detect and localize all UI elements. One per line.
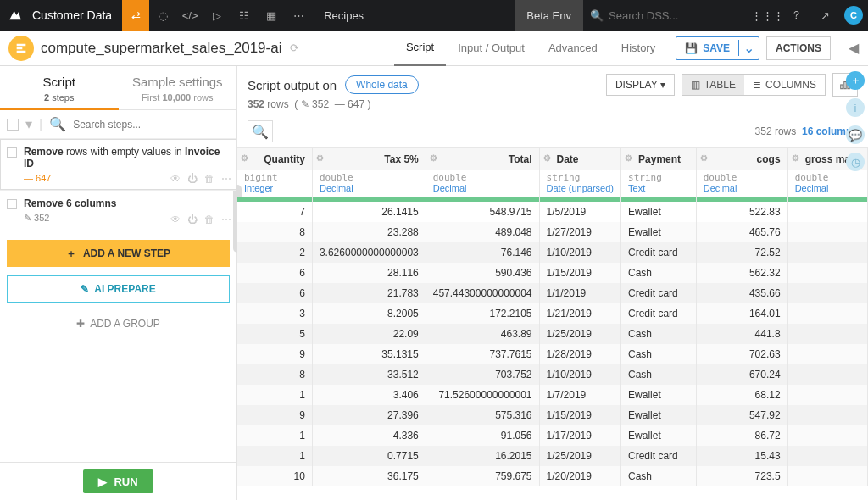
cell[interactable] [787, 385, 867, 405]
col-meaning[interactable]: Decimal [696, 183, 787, 197]
chevron-down-icon[interactable]: ▾ [25, 116, 32, 132]
add-group-button[interactable]: ✚ ADD A GROUP [0, 311, 236, 336]
col-header[interactable]: ⚙Total [426, 148, 539, 170]
view-columns[interactable]: ≣ COLUMNS [744, 75, 825, 95]
eye-icon[interactable]: 👁 [170, 173, 181, 185]
cell[interactable]: 36.175 [312, 466, 426, 486]
cell[interactable]: 1/27/2019 [539, 222, 621, 242]
cell[interactable]: 15.43 [696, 446, 787, 466]
logo-bird-icon[interactable] [0, 8, 31, 22]
cell[interactable]: 21.783 [312, 283, 426, 303]
cell[interactable]: 3.406 [312, 385, 426, 405]
cell[interactable]: Credit card [621, 446, 697, 466]
cell[interactable]: 441.8 [696, 324, 787, 344]
select-all-steps-checkbox[interactable] [7, 119, 19, 131]
cell[interactable] [787, 344, 867, 364]
cell[interactable]: 1/10/2019 [539, 364, 621, 385]
share-icon[interactable]: ⇄ [122, 0, 149, 31]
table-row[interactable]: 621.783457.443000000000041/1/2019Credit … [237, 283, 868, 303]
cell[interactable] [787, 283, 867, 303]
cell[interactable]: Ewallet [621, 222, 697, 242]
cell[interactable]: Cash [621, 364, 697, 385]
cell[interactable]: 9 [237, 405, 312, 425]
cell[interactable]: 1/28/2019 [539, 344, 621, 364]
cell[interactable]: 463.89 [426, 324, 539, 344]
cell[interactable] [787, 263, 867, 283]
cell[interactable]: 16.2015 [426, 446, 539, 466]
cell[interactable]: 86.72 [696, 425, 787, 446]
apps-icon[interactable]: ⋮⋮⋮ [753, 0, 782, 31]
cell[interactable]: 27.396 [312, 405, 426, 425]
trash-icon[interactable]: 🗑 [204, 173, 214, 185]
cell[interactable]: 723.5 [696, 466, 787, 486]
gear-icon[interactable]: ⚙ [241, 153, 248, 163]
table-row[interactable]: 628.116590.4361/15/2019Cash562.32 [237, 263, 868, 283]
cell[interactable]: 68.12 [696, 385, 787, 405]
refresh-icon[interactable]: ⟳ [290, 42, 299, 54]
cell[interactable]: 6 [237, 283, 312, 303]
cell[interactable]: Cash [621, 324, 697, 344]
cell[interactable]: Ewallet [621, 202, 697, 222]
flow-icon[interactable]: ◌ [149, 0, 176, 31]
table-row[interactable]: 10.771516.20151/25/2019Credit card15.43 [237, 446, 868, 466]
rail-add-icon[interactable]: ＋ [846, 71, 865, 90]
cell[interactable]: 759.675 [426, 466, 539, 486]
cell[interactable]: Ewallet [621, 425, 697, 446]
steps-search-input[interactable] [73, 119, 230, 131]
tab-script[interactable]: Script [0, 66, 119, 92]
table-row[interactable]: 833.512703.7521/10/2019Cash670.24 [237, 364, 868, 385]
more-icon[interactable]: ⋯ [221, 214, 231, 225]
project-name[interactable]: Customer Data [31, 8, 122, 22]
gear-icon[interactable]: ⚙ [430, 153, 437, 163]
dashboard-icon[interactable]: ▦ [258, 0, 285, 31]
cell[interactable]: 72.52 [696, 242, 787, 263]
tab-advanced[interactable]: Advanced [537, 31, 609, 66]
col-header[interactable]: ⚙cogs [696, 148, 787, 170]
table-row[interactable]: 13.40671.526000000000011/7/2019Ewallet68… [237, 385, 868, 405]
help-icon[interactable]: ？ [782, 0, 810, 31]
cell[interactable]: Ewallet [621, 405, 697, 425]
cell[interactable]: 8.2005 [312, 303, 426, 324]
col-meaning[interactable]: Decimal [426, 183, 539, 197]
cell[interactable]: 575.316 [426, 405, 539, 425]
col-meaning[interactable]: Integer [237, 183, 312, 197]
rail-chat-icon[interactable]: 💬 [846, 125, 865, 144]
tab-history[interactable]: History [609, 31, 667, 66]
cell[interactable]: 6 [237, 263, 312, 283]
cell[interactable]: 71.52600000000001 [426, 385, 539, 405]
cell[interactable] [787, 242, 867, 263]
cell[interactable]: 172.2105 [426, 303, 539, 324]
step-checkbox[interactable] [7, 147, 17, 158]
table-row[interactable]: 1036.175759.6751/20/2019Cash723.5 [237, 466, 868, 486]
open-right-panel-icon[interactable]: ◀ [839, 40, 868, 56]
table-row[interactable]: 927.396575.3161/15/2019Ewallet547.92 [237, 405, 868, 425]
tab-script[interactable]: Script [394, 31, 446, 66]
gear-icon[interactable]: ⚙ [543, 153, 551, 163]
cell[interactable]: 703.752 [426, 364, 539, 385]
data-grid[interactable]: ⚙Quantity⚙Tax 5%⚙Total⚙Date⚙Payment⚙cogs… [237, 147, 868, 500]
cell[interactable]: 1/25/2019 [539, 446, 621, 466]
col-meaning[interactable]: Date (unparsed) [539, 183, 621, 197]
cell[interactable]: 8 [237, 364, 312, 385]
cell[interactable]: 1/17/2019 [539, 425, 621, 446]
cell[interactable]: 23.288 [312, 222, 426, 242]
cell[interactable]: 435.66 [696, 283, 787, 303]
stack-icon[interactable]: ☷ [231, 0, 258, 31]
cell[interactable]: 0.7715 [312, 446, 426, 466]
table-row[interactable]: 726.1415548.97151/5/2019Ewallet522.83 [237, 202, 868, 222]
cell[interactable]: 1/5/2019 [539, 202, 621, 222]
cell[interactable]: 26.1415 [312, 202, 426, 222]
cell[interactable] [787, 324, 867, 344]
cell[interactable]: 670.24 [696, 364, 787, 385]
cell[interactable]: 3 [237, 303, 312, 324]
run-button[interactable]: ▶ RUN [83, 469, 153, 493]
table-row[interactable]: 14.33691.0561/17/2019Ewallet86.72 [237, 425, 868, 446]
trash-icon[interactable]: 🗑 [204, 214, 214, 225]
env-badge[interactable]: Beta Env [515, 0, 583, 31]
cell[interactable]: 35.1315 [312, 344, 426, 364]
cell[interactable]: 33.512 [312, 364, 426, 385]
tab-sample-settings[interactable]: Sample settings [119, 66, 237, 92]
global-search[interactable]: 🔍 [583, 9, 753, 22]
cell[interactable]: Cash [621, 263, 697, 283]
eye-icon[interactable]: 👁 [170, 214, 181, 225]
